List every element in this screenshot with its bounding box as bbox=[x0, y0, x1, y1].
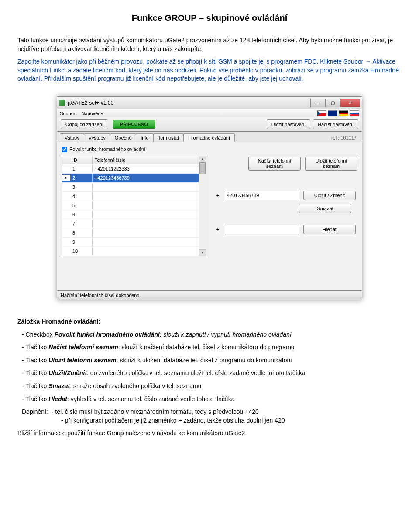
footer-text: Bližší informace o použití funkce Group … bbox=[17, 429, 402, 438]
tab-hromadne[interactable]: Hromadné ovládání bbox=[183, 133, 235, 142]
enable-group-label: Povolit funkci hromadného ovládání bbox=[69, 147, 145, 152]
window-titlebar: µGATE2-set+ v1.00 — ▢ ✕ bbox=[57, 96, 362, 109]
scroll-up-icon[interactable]: ▲ bbox=[199, 156, 206, 163]
table-header: ID Telefonní číslo bbox=[62, 156, 206, 164]
row-marker-icon: ▸ bbox=[62, 175, 70, 181]
menu-file[interactable]: Soubor bbox=[60, 111, 75, 116]
flag-sk-icon[interactable] bbox=[350, 110, 359, 116]
tab-vstupy[interactable]: Vstupy bbox=[60, 133, 84, 142]
table-row[interactable]: 1 +420111222333 bbox=[62, 164, 206, 174]
table-row[interactable]: 8 bbox=[62, 228, 206, 238]
flag-cz-icon[interactable] bbox=[317, 110, 326, 116]
language-flags bbox=[317, 110, 359, 116]
tabstrip: Vstupy Výstupy Obecné Info Termostat Hro… bbox=[57, 132, 362, 142]
window-buttons: — ▢ ✕ bbox=[310, 99, 360, 107]
menu-help[interactable]: Nápověda bbox=[81, 111, 103, 116]
save-list-button[interactable]: Uložit telefonní seznam bbox=[305, 157, 357, 171]
save-settings-button[interactable]: Uložit nastavení bbox=[267, 119, 310, 129]
connection-status: PŘIPOJENO bbox=[113, 120, 155, 129]
section-head: Záložka Hromadné ovládání: bbox=[17, 317, 402, 326]
scroll-thumb[interactable] bbox=[199, 162, 206, 174]
load-settings-button[interactable]: Načíst nastavení bbox=[313, 119, 358, 129]
intro-paragraph-2: Zapojíte komunikátor jako při běžném pro… bbox=[17, 58, 402, 83]
side-panel: Načíst telefonní seznam Uložit telefonní… bbox=[215, 156, 357, 256]
toolbar: Odpoj od zařízení PŘIPOJENO Uložit nasta… bbox=[57, 117, 362, 132]
disconnect-button[interactable]: Odpoj od zařízení bbox=[61, 119, 108, 129]
table-row[interactable]: 6 bbox=[62, 210, 206, 219]
flag-uk-icon[interactable] bbox=[328, 110, 337, 116]
window-title-text: µGATE2-set+ v1.00 bbox=[68, 100, 310, 106]
tab-vystupy[interactable]: Výstupy bbox=[84, 133, 110, 142]
bullet-5: - Tlačítko Smazat: smaže obsah zvoleného… bbox=[17, 382, 402, 391]
search-button[interactable]: Hledat bbox=[303, 225, 356, 234]
table-row[interactable]: 4 bbox=[62, 192, 206, 201]
plus-label: + bbox=[215, 193, 220, 198]
table-row[interactable]: 7 bbox=[62, 219, 206, 228]
statusbar: Načítání telefonních čísel dokončeno. bbox=[57, 291, 362, 300]
table-row[interactable]: ▸ 2 +420123456789 bbox=[62, 174, 206, 183]
maximize-button[interactable]: ▢ bbox=[325, 99, 340, 107]
table-row[interactable]: 5 bbox=[62, 201, 206, 210]
page-title: Funkce GROUP – skupinové ovládání bbox=[17, 13, 402, 23]
intro-paragraph-1: Tato funkce umožňuje ovládání výstupů ko… bbox=[17, 36, 402, 53]
minimize-button[interactable]: — bbox=[310, 99, 325, 107]
search-number-input[interactable] bbox=[225, 225, 299, 234]
phone-table[interactable]: ID Telefonní číslo 1 +420111222333 ▸ 2 +… bbox=[62, 156, 206, 256]
bullet-3: - Tlačítko Uložit telefonní seznam: slou… bbox=[17, 356, 402, 365]
flag-de-icon[interactable] bbox=[339, 110, 348, 116]
tab-info[interactable]: Info bbox=[136, 133, 153, 142]
menubar: Soubor Nápověda bbox=[57, 109, 362, 117]
bullet-4: - Tlačítko Uložit/Změnit: do zvoleného p… bbox=[17, 369, 402, 378]
enable-group-row: Povolit funkci hromadného ovládání bbox=[62, 147, 357, 152]
supplement: Doplnění: - tel. číslo musí být zadáno v… bbox=[17, 408, 402, 425]
tab-termostat[interactable]: Termostat bbox=[153, 133, 184, 142]
enable-group-checkbox[interactable] bbox=[62, 147, 67, 152]
bullet-2: - Tlačítko Načíst telefonní seznam: slou… bbox=[17, 343, 402, 352]
app-icon bbox=[59, 100, 65, 106]
edit-number-input[interactable]: 420123456789 bbox=[225, 191, 299, 200]
release-label: rel.: 101117 bbox=[329, 134, 359, 142]
header-id: ID bbox=[70, 156, 93, 164]
bullet-6: - Tlačítko Hledat: vyhledá v tel. seznam… bbox=[17, 395, 402, 404]
bullet-1: - Checkbox Povolit funkci hromadného ovl… bbox=[17, 331, 402, 339]
scrollbar[interactable]: ▲ ▼ bbox=[199, 156, 206, 256]
tab-body: Povolit funkci hromadného ovládání ID Te… bbox=[57, 142, 362, 291]
delete-button[interactable]: Smazat bbox=[299, 204, 351, 213]
plus-label-search: + bbox=[215, 227, 220, 232]
app-window: µGATE2-set+ v1.00 — ▢ ✕ Soubor Nápověda … bbox=[57, 96, 362, 300]
load-list-button[interactable]: Načíst telefonní seznam bbox=[248, 157, 301, 171]
table-row[interactable]: 9 bbox=[62, 238, 206, 247]
header-number: Telefonní číslo bbox=[93, 156, 206, 164]
tab-obecne[interactable]: Obecné bbox=[110, 133, 137, 142]
table-row[interactable]: 3 bbox=[62, 183, 206, 192]
scroll-down-icon[interactable]: ▼ bbox=[199, 249, 206, 256]
save-change-button[interactable]: Uložit / Změnit bbox=[303, 191, 356, 200]
close-button[interactable]: ✕ bbox=[340, 99, 360, 107]
table-row[interactable]: 10 bbox=[62, 247, 206, 256]
